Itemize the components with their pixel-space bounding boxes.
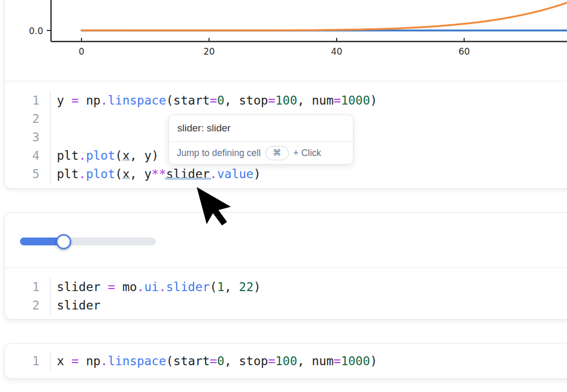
code-editor-slider[interactable]: 1slider = mo.ui.slider(1, 22)2slider xyxy=(5,267,567,315)
line-number: 2 xyxy=(5,296,50,315)
svg-text:20: 20 xyxy=(204,46,215,57)
svg-text:40: 40 xyxy=(331,46,342,57)
tooltip-click-label: + Click xyxy=(293,148,321,159)
tooltip-action-label: Jump to defining cell xyxy=(177,148,261,159)
code-text[interactable]: y = np.linspace(start=0, stop=100, num=1… xyxy=(50,91,377,110)
code-text[interactable]: plt.plot(x, y) xyxy=(50,147,159,165)
line-number: 1 xyxy=(5,278,50,296)
slider-widget-output xyxy=(5,213,567,267)
code-line[interactable]: 1y = np.linspace(start=0, stop=100, num=… xyxy=(5,91,567,110)
tooltip-title: slider: slider xyxy=(169,115,353,142)
code-text[interactable] xyxy=(50,110,64,128)
code-editor-x[interactable]: 1x = np.linspace(start=0, stop=100, num=… xyxy=(5,344,567,370)
reactive-variable-ref[interactable]: slider xyxy=(166,167,210,181)
reactive-variable-ref[interactable]: x xyxy=(123,149,130,162)
reactive-variable-ref[interactable]: x xyxy=(123,167,130,181)
svg-text:0.0: 0.0 xyxy=(29,26,43,36)
code-line[interactable]: 1slider = mo.ui.slider(1, 22) xyxy=(5,278,567,296)
code-text[interactable]: slider xyxy=(50,296,100,315)
notebook-cell-x: 1x = np.linspace(start=0, stop=100, num=… xyxy=(4,343,567,379)
code-text[interactable] xyxy=(50,128,64,147)
line-number: 2 xyxy=(5,110,50,128)
line-number: 3 xyxy=(5,128,50,147)
svg-text:0: 0 xyxy=(79,46,85,57)
line-number: 1 xyxy=(5,352,50,370)
code-line[interactable]: 1x = np.linspace(start=0, stop=100, num=… xyxy=(5,352,567,370)
command-key-icon: ⌘ xyxy=(266,146,289,160)
svg-text:60: 60 xyxy=(459,46,470,57)
code-text[interactable]: slider = mo.ui.slider(1, 22) xyxy=(50,278,261,296)
slider-track[interactable] xyxy=(20,238,156,245)
code-text[interactable]: plt.plot(x, y**slider.value) xyxy=(50,165,261,183)
code-line[interactable]: 2slider xyxy=(5,296,567,315)
tooltip-footer: Jump to defining cell ⌘ + Click xyxy=(169,142,353,164)
notebook-cell-slider: 1slider = mo.ui.slider(1, 22)2slider xyxy=(4,212,567,319)
line-chart: 02040600.0 xyxy=(5,0,567,81)
variable-tooltip: slider: slider Jump to defining cell ⌘ +… xyxy=(168,115,353,164)
line-number: 5 xyxy=(5,165,50,183)
marimo-notebook-page: { "colors": { "accent_blue": "#4e7fe5", … xyxy=(0,0,567,392)
code-text[interactable]: x = np.linspace(start=0, stop=100, num=1… xyxy=(50,352,377,370)
line-number: 1 xyxy=(5,91,50,110)
code-line[interactable]: 5plt.plot(x, y**slider.value) xyxy=(5,165,567,183)
line-number: 4 xyxy=(5,147,50,165)
slider-handle[interactable] xyxy=(56,234,71,249)
matplotlib-chart-output: 02040600.0 xyxy=(5,0,567,81)
